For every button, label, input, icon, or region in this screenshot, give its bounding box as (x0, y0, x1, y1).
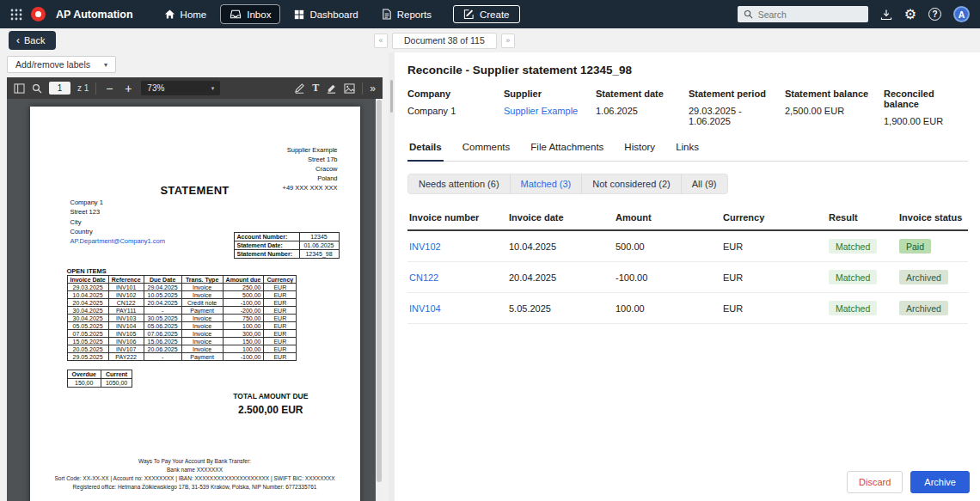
help-icon[interactable]: ? (928, 8, 941, 21)
pane-divider-handle[interactable] (390, 80, 393, 113)
pdf-open-items-cell: 20.06.2025 (144, 345, 181, 353)
search-box[interactable] (738, 6, 868, 22)
pdf-company-line: Country (70, 227, 165, 236)
invoice-date-cell: 5.05.2025 (507, 293, 614, 324)
pdf-supplier-line: Cracow (283, 165, 338, 174)
zoom-out-button[interactable]: − (103, 82, 115, 95)
meta-label: Statement balance (785, 89, 884, 99)
table-row[interactable]: INV1045.05.2025100.00EURMatchedArchived (407, 293, 968, 324)
currency-cell: EUR (721, 262, 827, 293)
more-tools-icon[interactable]: » (370, 82, 376, 95)
pdf-open-items-cell: EUR (264, 322, 297, 330)
discard-button[interactable]: Discard (847, 471, 903, 493)
filter-not-considered-2[interactable]: Not considered (2) (582, 174, 682, 193)
pdf-info-value: 12345 (299, 233, 339, 241)
meta-label: Company (407, 89, 504, 99)
filter-needs-attention-6[interactable]: Needs attention (6) (408, 174, 511, 193)
result-cell: Matched (827, 230, 897, 262)
tab-links[interactable]: Links (674, 142, 701, 161)
app-grid-icon[interactable] (10, 9, 22, 21)
nav-create-label: Create (480, 9, 510, 20)
nav-create[interactable]: Create (453, 5, 520, 23)
invoice-date-cell: 20.04.2025 (507, 262, 614, 293)
pdf-open-items-cell: 10.04.2025 (67, 291, 108, 299)
pdf-open-items-cell: EUR (264, 330, 297, 338)
page-number-input[interactable] (49, 82, 70, 95)
draw-pen-icon[interactable] (294, 82, 305, 94)
filter-matched-3[interactable]: Matched (3) (511, 174, 583, 193)
column-header-invoice-date: Invoice date (507, 205, 614, 230)
tab-comments[interactable]: Comments (461, 142, 512, 161)
reports-icon (382, 9, 392, 20)
pdf-open-items-cell: EUR (264, 284, 297, 291)
add-remove-labels-button[interactable]: Add/remove labels ▾ (7, 56, 116, 73)
pdf-canvas[interactable]: Supplier ExampleStreet 17bCracowPoland+4… (7, 99, 383, 501)
pdf-info-label: Statement Number: (234, 250, 299, 259)
pdf-open-items-cell: EUR (264, 353, 297, 361)
pdf-open-items-cell: 07.05.2025 (67, 330, 108, 338)
pdf-open-items-cell: 20.04.2025 (67, 299, 108, 307)
pdf-scrollbar-thumb[interactable] (377, 100, 382, 482)
pdf-open-items-cell: Invoice (181, 284, 223, 291)
pdf-open-items-title: OPEN ITEMS (67, 267, 107, 275)
status-cell: Archived (897, 293, 968, 324)
nav-home-label: Home (181, 9, 207, 20)
zoom-in-button[interactable]: + (122, 82, 134, 95)
invoice-link[interactable]: CN122 (409, 272, 438, 283)
text-tool-icon[interactable]: T (312, 82, 319, 95)
next-document-button[interactable]: » (501, 34, 515, 48)
archive-button[interactable]: Archive (910, 471, 970, 493)
invoice-link[interactable]: INV102 (409, 241, 441, 252)
reconcile-pane: Reconcile - Supplier statement 12345_98 … (395, 52, 980, 501)
document-counter: Document 38 of 115 (392, 33, 497, 49)
toolbar-divider (362, 82, 363, 95)
pdf-summary-header: Overdue (67, 370, 101, 379)
tab-file-attachments[interactable]: File Attachments (529, 142, 605, 161)
zoom-level-select[interactable]: 73% ▾ (141, 81, 220, 95)
user-avatar[interactable]: A (953, 6, 970, 22)
pdf-info-value: 12345_98 (299, 250, 339, 259)
status-badge: Archived (899, 301, 948, 315)
statement-meta: CompanyCompany 1SupplierSupplier Example… (407, 89, 968, 126)
download-icon[interactable] (880, 9, 892, 21)
table-row[interactable]: INV10210.04.2025500.00EURMatchedPaid (407, 230, 968, 262)
image-tool-icon[interactable] (344, 83, 355, 94)
pane-divider[interactable] (389, 52, 395, 501)
pdf-open-items-cell: INV101 (108, 284, 144, 291)
pdf-open-items-cell: 20.04.2025 (144, 299, 181, 307)
table-row[interactable]: CN12220.04.2025-100.00EURMatchedArchived (407, 262, 968, 293)
tab-details[interactable]: Details (407, 142, 444, 162)
meta-field-statement-date: Statement date1.06.2025 (596, 89, 689, 126)
back-button[interactable]: ‹ Back (9, 31, 56, 50)
app-logo-icon (31, 7, 46, 21)
pdf-open-items-cell: CN122 (108, 299, 144, 307)
nav-dashboard[interactable]: Dashboard (285, 6, 366, 23)
pdf-open-items-cell: INV106 (108, 338, 144, 345)
find-in-document-icon[interactable] (32, 83, 42, 94)
pdf-statement-info-table: Account Number:12345Statement Date:01.06… (234, 232, 340, 259)
footer-actions: Discard Archive (847, 471, 970, 493)
nav-inbox[interactable]: Inbox (221, 5, 279, 23)
settings-gear-icon[interactable]: ⚙ (904, 8, 916, 21)
meta-value[interactable]: Supplier Example (504, 106, 596, 116)
highlighter-icon[interactable] (326, 82, 337, 94)
search-input[interactable] (758, 9, 862, 20)
tab-history[interactable]: History (622, 142, 657, 161)
filter-all-9[interactable]: All (9) (682, 174, 727, 193)
nav-home[interactable]: Home (156, 5, 216, 23)
nav-reports[interactable]: Reports (373, 5, 440, 23)
invoice-number-cell: INV104 (407, 293, 507, 324)
column-header-result: Result (827, 205, 897, 230)
prev-document-button[interactable]: « (374, 34, 388, 48)
pdf-open-items-cell: PAY111 (108, 307, 144, 315)
pdf-open-items-header: Amount due (223, 276, 264, 284)
column-header-invoice-status: Invoice status (897, 205, 968, 230)
invoice-link[interactable]: INV104 (409, 303, 441, 314)
main-nav: Home Inbox Dashboard Reports Create (156, 5, 520, 23)
pdf-scrollbar[interactable] (376, 99, 383, 501)
pdf-footer-line: Sort Code: XX-XX-XX | Account no: XXXXXX… (30, 474, 360, 483)
sidebar-toggle-icon[interactable] (14, 83, 25, 94)
pdf-footer-line: Ways To Pay Your Account By Bank Transfe… (30, 457, 360, 466)
pdf-summary-table: OverdueCurrent150,001050,00 (67, 370, 133, 388)
pdf-open-items-header: Invoice Date (67, 276, 108, 284)
